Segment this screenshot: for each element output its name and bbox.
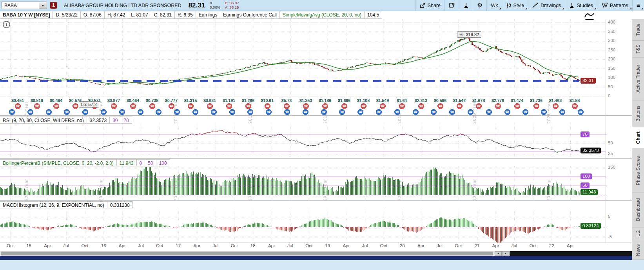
earnings-call-icon[interactable]: ☎	[468, 109, 473, 115]
sma-study-label[interactable]: SimpleMovingAvg (CLOSE, 20, 0, no)	[279, 11, 365, 19]
conference-call-icon[interactable]: ☎	[476, 103, 482, 109]
timeframe-button[interactable]: Wk	[486, 0, 502, 11]
share-button[interactable]: Share	[415, 0, 444, 11]
scroll-right-button[interactable]: ►	[502, 251, 509, 256]
earnings-call-icon[interactable]: ☎	[339, 109, 345, 115]
symbol-dropdown-button[interactable]: ▼	[39, 2, 47, 9]
bpb-study-label[interactable]: BollingerPercentB (SIMPLE, CLOSE, 0, 20,…	[0, 159, 117, 166]
earnings-call-icon[interactable]: ☎	[394, 109, 400, 115]
conference-call-icon[interactable]: ☎	[341, 103, 347, 109]
conference-call-icon[interactable]: ☎	[437, 103, 443, 109]
earnings-flag[interactable]: Earnings	[196, 11, 220, 19]
horizontal-scrollbar[interactable]: ◄ ►	[0, 251, 632, 256]
conference-call-icon[interactable]: ☎	[361, 103, 366, 109]
conference-call-icon[interactable]: ☎	[418, 103, 424, 109]
earnings-call-icon[interactable]: ☎	[192, 109, 198, 115]
side-tab-l-2[interactable]: L 2	[632, 227, 644, 240]
conference-call-icon[interactable]: ☎	[399, 103, 405, 109]
style-button[interactable]: Style	[502, 0, 528, 11]
conference-call-icon[interactable]: ☎	[169, 103, 174, 109]
earnings-call-icon[interactable]: ☎	[559, 109, 565, 115]
conference-call-icon[interactable]: ☎	[533, 103, 539, 109]
earnings-call-icon[interactable]: ☎	[82, 109, 88, 115]
earnings-call-icon[interactable]: ☎	[431, 109, 437, 115]
earnings-call-icon[interactable]: ☎	[101, 109, 107, 115]
events-button[interactable]	[444, 0, 459, 11]
settings-button[interactable]: ⚙	[473, 0, 486, 11]
earnings-call-icon[interactable]: ☎	[376, 109, 382, 115]
panel-divider[interactable]	[0, 115, 632, 116]
side-tab-phase-scores[interactable]: Phase Scores	[632, 149, 644, 192]
earnings-call-icon[interactable]: ☎	[449, 109, 455, 115]
quick-study-button[interactable]	[459, 0, 473, 11]
conference-call-icon[interactable]: ☎	[34, 103, 40, 109]
side-tab-trade[interactable]: Trade	[632, 19, 644, 41]
earnings-call-icon[interactable]: ☎	[64, 109, 70, 115]
earnings-call-icon[interactable]: ☎	[229, 109, 235, 115]
conference-call-icon[interactable]: ☎	[111, 103, 117, 109]
side-tab-buttons[interactable]: Buttons	[632, 100, 644, 127]
earnings-call-icon[interactable]: ☎	[247, 109, 253, 115]
earnings-call-icon[interactable]: ☎	[9, 109, 15, 115]
scrollbar-thumb[interactable]	[1, 252, 493, 255]
drawings-button[interactable]: Drawings	[528, 0, 565, 11]
earnings-call-flag[interactable]: Earnings Conference Call	[220, 11, 280, 19]
conference-call-icon[interactable]: ☎	[73, 103, 78, 109]
conference-call-icon[interactable]: ☎	[322, 103, 328, 109]
main-price-chart[interactable]	[0, 19, 606, 98]
conference-call-icon[interactable]: ☎	[226, 103, 232, 109]
earnings-call-icon[interactable]: ☎	[156, 109, 161, 115]
rsi-study-label[interactable]: RSI (9, 70, 30, CLOSE, WILDERS, no)	[0, 117, 87, 124]
earnings-call-icon[interactable]: ☎	[266, 109, 272, 115]
info-icon[interactable]: i	[3, 21, 10, 28]
side-tab-news[interactable]: News	[632, 241, 644, 260]
side-tab-chart[interactable]: Chart	[632, 127, 644, 149]
panel-divider[interactable]	[0, 158, 632, 159]
earnings-call-icon[interactable]: ☎	[138, 109, 143, 115]
conference-call-icon[interactable]: ☎	[149, 103, 155, 109]
alerts-badge[interactable]: 1	[50, 2, 57, 9]
conference-call-icon[interactable]: ☎	[514, 103, 520, 109]
conference-call-icon[interactable]: ☎	[457, 103, 463, 109]
conference-call-icon[interactable]: ☎	[207, 103, 213, 109]
patterns-button[interactable]: Patterns	[597, 0, 632, 11]
earnings-call-icon[interactable]: ☎	[578, 109, 584, 115]
studies-button[interactable]: Studies	[565, 0, 597, 11]
side-tab-t-s[interactable]: T&S	[632, 41, 644, 57]
earnings-call-icon[interactable]: ☎	[486, 109, 492, 115]
earnings-call-icon[interactable]: ☎	[46, 109, 52, 115]
earnings-call-icon[interactable]: ☎	[413, 109, 419, 115]
side-tab-dashboard[interactable]: Dashboard	[632, 192, 644, 227]
side-tab-active-trader[interactable]: Active Trader	[632, 57, 644, 100]
scroll-left-button[interactable]: ◄	[495, 251, 502, 256]
conference-call-icon[interactable]: ☎	[265, 103, 270, 109]
earnings-call-icon[interactable]: ☎	[211, 109, 217, 115]
earnings-call-icon[interactable]: ☎	[541, 109, 547, 115]
bollinger-percentb-chart[interactable]	[0, 166, 606, 200]
earnings-call-icon[interactable]: ☎	[174, 109, 180, 115]
conference-call-icon[interactable]: ☎	[572, 103, 578, 109]
macd-histogram-chart[interactable]	[0, 210, 606, 243]
conference-call-icon[interactable]: ☎	[284, 103, 290, 109]
chart-tools-icon[interactable]	[584, 12, 595, 24]
symbol-selector[interactable]: BABA ▼	[2, 2, 47, 9]
conference-call-icon[interactable]: ☎	[380, 103, 386, 109]
conference-call-icon[interactable]: ☎	[495, 103, 501, 109]
chart-menu-button[interactable]: ≡	[632, 0, 644, 11]
earnings-call-icon[interactable]: ☎	[303, 109, 308, 115]
earnings-call-icon[interactable]: ☎	[357, 109, 363, 115]
macd-study-label[interactable]: MACDHistogram (12, 26, 9, EXPONENTIAL, n…	[0, 201, 107, 208]
conference-call-icon[interactable]: ☎	[130, 103, 136, 109]
panel-divider[interactable]	[0, 200, 632, 201]
earnings-call-icon[interactable]: ☎	[284, 109, 290, 115]
rsi-panel-chart[interactable]	[0, 124, 606, 158]
conference-call-icon[interactable]: ☎	[53, 103, 59, 109]
earnings-call-icon[interactable]: ☎	[119, 109, 125, 115]
conference-call-icon[interactable]: ☎	[303, 103, 309, 109]
symbol-input[interactable]: BABA	[2, 2, 39, 9]
earnings-call-icon[interactable]: ☎	[504, 109, 510, 115]
earnings-call-icon[interactable]: ☎	[27, 109, 33, 115]
conference-call-icon[interactable]: ☎	[245, 103, 251, 109]
earnings-call-icon[interactable]: ☎	[321, 109, 327, 115]
conference-call-icon[interactable]: ☎	[553, 103, 559, 109]
